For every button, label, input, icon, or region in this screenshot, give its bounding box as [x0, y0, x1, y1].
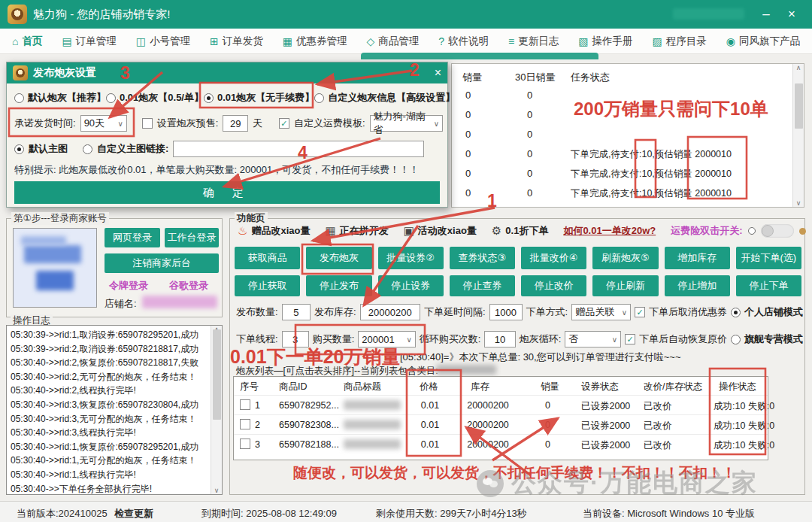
scroll-thumb[interactable] — [213, 329, 221, 420]
cycle-select[interactable]: 否∨ — [565, 331, 621, 347]
flame-icon[interactable]: ♨ 赠品改xiao量 — [238, 224, 310, 238]
freight-template-checkbox[interactable] — [279, 118, 289, 129]
col-opstatus[interactable]: 操作状态 — [719, 381, 756, 393]
brand-icon[interactable]: ◉ 同风旗下产品 — [726, 35, 800, 48]
logout-merchant-button[interactable]: 注销商家后台 — [105, 253, 219, 273]
custom-main-image-radio[interactable] — [83, 144, 92, 154]
col-product-id[interactable]: 商品ID — [279, 381, 308, 393]
gear-icon[interactable]: ⚙ 0.1折下单 — [492, 224, 549, 238]
col-stock[interactable]: 库存 — [471, 381, 489, 393]
col-sales30[interactable]: 30日销量 — [515, 71, 555, 84]
row-checkbox[interactable] — [240, 419, 250, 429]
col-reprice[interactable]: 改价/库存状态 — [644, 381, 702, 393]
freight-insurance-toggle[interactable] — [761, 224, 794, 238]
action-button[interactable]: 批量设券② — [378, 247, 444, 269]
col-title[interactable]: 商品标题 — [344, 381, 381, 393]
stop-button[interactable]: 停止设券 — [378, 275, 444, 296]
presale-unit: 天 — [253, 117, 262, 130]
publish-stock-input[interactable]: 20000200 — [360, 304, 420, 320]
accounts-icon[interactable]: ◫ 小号管理 — [136, 35, 190, 48]
dialog-close-icon[interactable]: × — [435, 66, 441, 80]
directory-icon[interactable]: ▨ 程序目录 — [653, 35, 707, 48]
help-icon[interactable]: ? 软件说明 — [438, 35, 489, 48]
check-update-link[interactable]: 检查更新 — [114, 507, 153, 520]
table-row[interactable]: 3 6590782188... 0.01 20000200 0 已设券2000 … — [234, 434, 768, 454]
col-sales[interactable]: 销量 — [541, 381, 559, 393]
col-sales[interactable]: 销量 — [462, 71, 482, 84]
restore-price-checkbox[interactable] — [625, 334, 635, 344]
stop-button[interactable]: 停止改价 — [521, 275, 586, 296]
action-button[interactable]: 查券状态③ — [450, 247, 515, 269]
main-nav: ⌂ 首页 ▤ 订单管理 ◫ 小号管理 ⊞ 订单发货 ▦ 优惠券管理 ◇ 商品管理… — [0, 29, 812, 54]
howto-link[interactable]: 如何0.01一单改20w? — [563, 224, 656, 238]
presale-input[interactable]: 29 — [223, 115, 248, 132]
freight-template-select[interactable]: 魅力狗-湖南省∨ — [370, 115, 443, 132]
grid-icon[interactable]: ▦ 正在拼开发 — [325, 224, 388, 238]
order-mode-label: 下单方式: — [526, 305, 568, 319]
table-row[interactable]: 1 6590782952... 0.01 20000200 0 已设券2000 … — [234, 395, 768, 414]
paohui-type-radio[interactable]: 0.01炮灰【无手续费】 — [204, 91, 314, 105]
loop-input[interactable]: 10 — [484, 331, 515, 347]
stop-button[interactable]: 停止查券 — [450, 275, 515, 296]
product-icon[interactable]: ◇ 商品管理 — [366, 35, 419, 48]
stop-button[interactable]: 停止刷新 — [592, 275, 658, 296]
log-scrollbar[interactable]: ∧ ∨ — [211, 326, 222, 494]
scroll-up-icon[interactable]: ∧ — [796, 64, 801, 71]
action-button[interactable]: 获取商品 — [235, 247, 300, 269]
task-scrollbar[interactable]: ∧ ∨ — [792, 64, 804, 207]
scroll-down-icon[interactable]: ∨ — [796, 199, 801, 207]
custom-main-image-label: 自定义主图链接: — [97, 142, 168, 156]
stop-button[interactable]: 停止下单 — [736, 275, 801, 296]
google-login-link[interactable]: 谷歌登录 — [169, 279, 208, 293]
web-login-button[interactable]: 网页登录 — [105, 228, 160, 247]
task-row[interactable]: 0 0 下单完成,待支付:10,预估销量 2000010 — [452, 145, 792, 165]
task-row[interactable]: 0 0 下单完成,待支付:10,预估销量 2000010 — [452, 184, 792, 204]
col-task-status[interactable]: 任务状态 — [571, 71, 610, 84]
operation-log[interactable]: 05:30:39->>rid:1,取消设券:659078295201,成功05:… — [6, 325, 223, 495]
publish-qty-input[interactable]: 5 — [282, 304, 311, 320]
paohui-type-radio[interactable]: 自定义炮灰信息【高级设置】 — [314, 91, 455, 105]
order-manage-icon[interactable]: ▤ 订单管理 — [62, 35, 116, 48]
action-button[interactable]: 开始下单(选) — [736, 247, 801, 269]
disk-icon[interactable]: ▣ 活动改xiao量 — [404, 224, 477, 238]
personal-shop-radio[interactable] — [731, 308, 741, 317]
flagship-mode-radio[interactable] — [731, 335, 741, 344]
changelog-icon[interactable]: ≡ 更新日志 — [508, 35, 559, 48]
row-checkbox[interactable] — [240, 399, 250, 410]
presale-checkbox[interactable] — [142, 118, 153, 129]
table-row[interactable]: 2 6590782308... 0.01 20000200 0 已设券2000 … — [234, 414, 768, 434]
stop-button[interactable]: 停止发布 — [306, 275, 371, 296]
task-row[interactable]: 0 0 下单完成,待支付:10,预估销量 2000010 — [452, 165, 792, 184]
order-mode-select[interactable]: 赠品关联∨ — [571, 304, 631, 320]
action-button[interactable]: 刷新炮灰⑤ — [592, 247, 658, 269]
confirm-button[interactable]: 确 定 — [14, 181, 440, 204]
manual-icon[interactable]: ▧ 操作手册 — [578, 35, 632, 48]
order-ship-icon[interactable]: ⊞ 订单发货 — [210, 35, 263, 48]
scroll-down-icon[interactable]: ∨ — [214, 487, 220, 494]
col-index[interactable]: 序号 — [240, 381, 259, 393]
workbench-login-button[interactable]: 工作台登录 — [165, 228, 219, 247]
stop-button[interactable]: 停止增加 — [665, 275, 730, 296]
action-button[interactable]: 发布炮灰 — [306, 247, 371, 269]
default-main-image-radio[interactable] — [14, 144, 24, 154]
nav-item-label: 程序目录 — [666, 35, 707, 48]
close-button[interactable]: × — [779, 5, 804, 24]
token-login-link[interactable]: 令牌登录 — [109, 279, 148, 293]
action-button[interactable]: 增加库存 — [665, 247, 730, 269]
ship-time-select[interactable]: 90天∨ — [80, 115, 127, 132]
cancel-coupon-checkbox[interactable] — [635, 307, 645, 317]
minimize-button[interactable]: – — [753, 5, 779, 24]
stop-button[interactable]: 停止获取 — [235, 275, 300, 296]
task-row[interactable]: 0 0 — [452, 126, 792, 145]
home-icon[interactable]: ⌂ 首页 — [12, 35, 42, 48]
coupon-icon[interactable]: ▦ 优惠券管理 — [283, 35, 347, 48]
scroll-thumb[interactable] — [795, 83, 803, 129]
col-price[interactable]: 价格 — [420, 381, 438, 393]
col-coupon[interactable]: 设券状态 — [581, 381, 619, 393]
row-checkbox[interactable] — [240, 439, 250, 449]
expire-text: 到期时间: 2025-08-08 12:49:09 — [201, 507, 337, 520]
paohui-type-radio[interactable]: 默认炮灰【推荐】 — [14, 91, 106, 105]
paohui-type-radio[interactable]: 0.01炮灰【0.5/单】 — [106, 91, 204, 105]
action-button[interactable]: 批量改价④ — [521, 247, 586, 269]
delay-input[interactable]: 1000 — [489, 304, 523, 320]
